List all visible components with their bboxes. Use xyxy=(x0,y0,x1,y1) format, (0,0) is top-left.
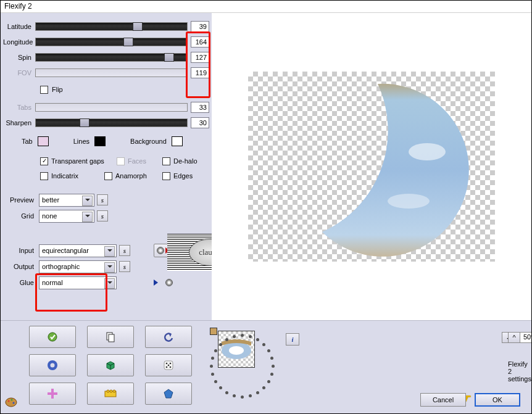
svg-point-12 xyxy=(166,366,168,368)
gem-button[interactable] xyxy=(145,383,192,405)
undo-button[interactable] xyxy=(145,326,192,348)
fov-label: FOV xyxy=(3,69,35,77)
preview-select[interactable]: better xyxy=(39,194,94,207)
bg-swatch-label: Background xyxy=(130,138,167,145)
fov-value[interactable] xyxy=(191,67,209,78)
svg-point-21 xyxy=(8,400,10,402)
sharpen-label: Sharpen xyxy=(3,119,35,126)
latitude-value[interactable] xyxy=(191,21,209,32)
svg-point-13 xyxy=(170,366,172,368)
spin-label: Spin xyxy=(3,54,35,61)
svg-point-18 xyxy=(110,390,112,392)
output-label: Output xyxy=(3,263,36,270)
plus-button[interactable] xyxy=(29,383,76,405)
settings-label: Flexify 2 settings xyxy=(508,360,531,383)
preview-area xyxy=(212,13,531,320)
preview-shape xyxy=(285,78,470,262)
svg-point-19 xyxy=(113,390,115,392)
tab-color-swatch[interactable] xyxy=(38,136,49,146)
tabs-slider xyxy=(35,103,188,112)
anamorph-checkbox[interactable] xyxy=(104,172,112,180)
faces-label: Faces xyxy=(128,157,146,165)
tabs-label: Tabs xyxy=(3,104,35,111)
sharpen-value[interactable] xyxy=(191,117,209,128)
disc-icon[interactable] xyxy=(165,279,173,286)
transparent-gaps-label: Transparent gaps xyxy=(51,157,104,165)
toolbar xyxy=(1,321,212,414)
glue-select[interactable]: normal xyxy=(39,276,117,289)
grid-s-button[interactable]: s xyxy=(97,210,108,221)
edges-checkbox[interactable] xyxy=(162,172,170,180)
grid-select[interactable]: none xyxy=(39,210,94,223)
svg-point-17 xyxy=(107,390,109,392)
window-title: Flexify 2 xyxy=(1,1,531,13)
dehalo-label: De-halo xyxy=(173,157,197,165)
home-button[interactable] xyxy=(29,326,76,348)
fov-slider xyxy=(35,68,188,77)
dehalo-checkbox[interactable] xyxy=(162,157,170,165)
copy-button[interactable] xyxy=(87,326,134,348)
input-label: Input xyxy=(3,247,36,254)
bg-color-swatch[interactable] xyxy=(172,136,183,146)
dot-ring xyxy=(205,329,279,403)
svg-rect-0 xyxy=(285,78,470,262)
edges-label: Edges xyxy=(173,172,193,180)
transparent-gaps-checkbox[interactable] xyxy=(40,157,48,165)
ok-button[interactable]: OK xyxy=(475,393,520,407)
thumbnail-area: i xyxy=(212,321,335,414)
preview-canvas xyxy=(248,72,495,262)
info-button[interactable]: i xyxy=(286,333,299,346)
tab-swatch-label: Tab xyxy=(22,138,33,145)
svg-point-9 xyxy=(166,363,168,365)
svg-point-7 xyxy=(51,363,55,368)
svg-point-10 xyxy=(170,363,172,365)
grid-label: Grid xyxy=(3,212,36,220)
latitude-slider[interactable] xyxy=(35,22,188,31)
svg-rect-5 xyxy=(109,334,114,342)
lines-swatch-label: Lines xyxy=(73,138,89,145)
cancel-button[interactable]: Cancel xyxy=(420,393,466,407)
flip-checkbox[interactable] xyxy=(40,86,48,94)
output-select[interactable]: orthographic xyxy=(39,260,117,273)
faces-checkbox xyxy=(117,157,125,165)
source-thumbnail[interactable] xyxy=(218,331,255,368)
spin-value[interactable] xyxy=(191,52,209,63)
footer-right: - 50% + ^ Flexify 2 settings ☛ Cancel OK xyxy=(335,321,531,414)
longitude-slider[interactable] xyxy=(35,38,188,46)
latitude-label: Latitude xyxy=(3,23,35,30)
longitude-value[interactable] xyxy=(191,36,209,48)
play-icon[interactable] xyxy=(154,279,158,286)
svg-point-3 xyxy=(48,333,57,341)
torus-button[interactable] xyxy=(29,354,76,376)
preview-s-button[interactable]: s xyxy=(97,194,108,205)
svg-point-2 xyxy=(388,194,430,209)
svg-point-11 xyxy=(168,365,170,366)
dice-button[interactable] xyxy=(145,354,192,376)
preview-label: Preview xyxy=(3,196,36,204)
sharpen-slider[interactable] xyxy=(35,118,188,127)
tabs-value[interactable] xyxy=(191,102,209,113)
output-s-button[interactable]: s xyxy=(119,261,130,272)
anamorph-label: Anamorph xyxy=(115,172,147,180)
controls-panel: Latitude Longitude Spin FOV Flip Tabs Sh… xyxy=(1,13,212,320)
indicatrix-checkbox[interactable] xyxy=(40,172,48,180)
paint-icon[interactable] xyxy=(4,394,18,408)
cube-button[interactable] xyxy=(87,354,134,376)
svg-rect-15 xyxy=(48,392,57,395)
glue-label: Glue xyxy=(3,279,36,286)
svg-point-23 xyxy=(13,402,15,404)
flip-label: Flip xyxy=(52,86,63,93)
lines-color-swatch[interactable] xyxy=(94,136,106,146)
collapse-button[interactable]: ^ xyxy=(508,332,520,343)
input-select[interactable]: equirectangular xyxy=(39,244,117,257)
indicatrix-label: Indicatrix xyxy=(51,172,78,180)
spin-slider[interactable] xyxy=(35,53,188,62)
brick-button[interactable] xyxy=(87,383,134,405)
input-s-button[interactable]: s xyxy=(119,245,130,256)
longitude-label: Longitude xyxy=(3,38,35,46)
svg-point-1 xyxy=(409,143,446,160)
svg-point-22 xyxy=(11,399,13,401)
